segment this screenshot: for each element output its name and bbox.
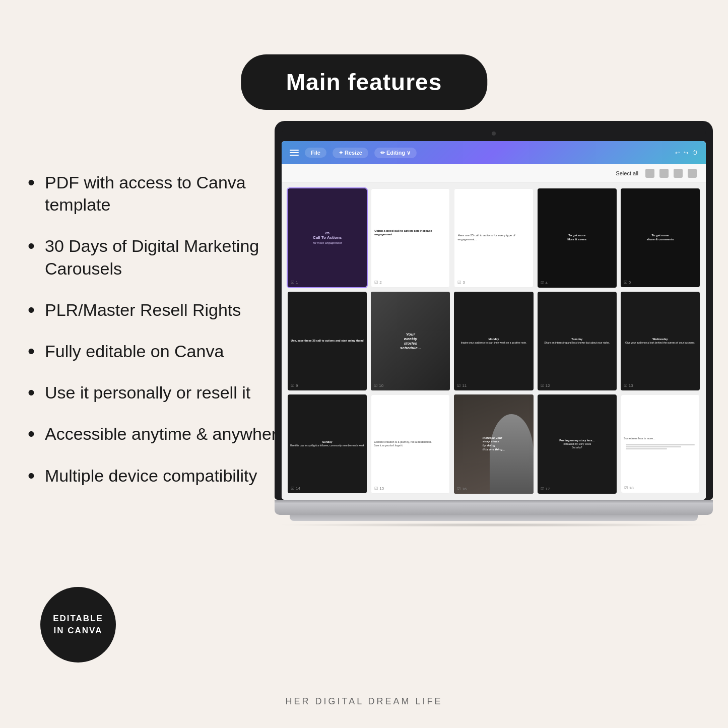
- laptop-shadow: [275, 523, 713, 527]
- editing-button[interactable]: ✏ Editing ∨: [374, 148, 417, 158]
- template-card[interactable]: Increase yourstory viewsby doingthis one…: [454, 394, 533, 494]
- laptop-screen-frame: File ✦ Resize ✏ Editing ∨ ↩↪⏱: [275, 121, 713, 500]
- list-item: Multiple device compatibility: [28, 465, 290, 487]
- laptop-screen: File ✦ Resize ✏ Editing ∨ ↩↪⏱: [282, 141, 706, 500]
- list-item: Fully editable on Canva: [28, 340, 290, 362]
- template-grid: 25Call To Actionsfor more engagement 1 U…: [282, 182, 706, 500]
- template-card[interactable]: Use, save these 35 call to actions and s…: [288, 292, 367, 390]
- laptop-hinge: [275, 500, 713, 503]
- template-card[interactable]: WednesdayGive your audience a look behin…: [621, 292, 700, 390]
- laptop-camera: [492, 131, 496, 136]
- editable-line1: EDITABLE: [53, 613, 103, 625]
- select-all-text[interactable]: Select all: [616, 170, 638, 176]
- copy-icon[interactable]: [659, 169, 669, 178]
- list-item: 30 Days of Digital Marketing Carousels: [28, 235, 290, 279]
- upload-icon[interactable]: [645, 169, 654, 178]
- template-card[interactable]: TuesdayShare an interesting and less-kno…: [538, 292, 617, 391]
- main-features-badge: Main features: [241, 54, 488, 110]
- select-all-bar: Select all: [282, 164, 706, 182]
- list-item: Accessible anytime & anywhere: [28, 423, 290, 445]
- template-card[interactable]: Content creation is a journey, not a des…: [371, 394, 450, 494]
- menu-icon[interactable]: [290, 150, 299, 156]
- template-card[interactable]: Sometimes less is more... 18: [621, 394, 700, 493]
- canva-toolbar: File ✦ Resize ✏ Editing ∨ ↩↪⏱: [282, 141, 706, 164]
- template-card[interactable]: SundayUse this day to spotlight a follow…: [288, 394, 367, 493]
- template-card[interactable]: To get morelikes & saves 4: [538, 188, 617, 288]
- footer-brand: HER DIGITAL DREAM LIFE: [285, 696, 442, 707]
- list-item: PDF with access to Canva template: [28, 171, 290, 216]
- editable-line2: IN CANVA: [54, 625, 103, 637]
- laptop-notch-bar: [282, 128, 706, 139]
- laptop-outer: File ✦ Resize ✏ Editing ∨ ↩↪⏱: [275, 121, 713, 527]
- template-card[interactable]: Yourweeklystoriesschedule... 10: [371, 292, 450, 391]
- resize-button[interactable]: ✦ Resize: [333, 148, 368, 158]
- file-button[interactable]: File: [305, 148, 326, 158]
- list-item: Use it personally or resell it: [28, 381, 290, 404]
- main-features-title: Main features: [286, 69, 442, 96]
- template-card[interactable]: To get moreshare & comments 5: [621, 188, 700, 287]
- template-card[interactable]: 25Call To Actionsfor more engagement 1: [288, 188, 367, 287]
- laptop-foot: [290, 515, 698, 521]
- toolbar-icons: [645, 169, 697, 178]
- template-card[interactable]: Using a good call to action can increase…: [371, 188, 450, 288]
- delete-icon[interactable]: [674, 169, 683, 178]
- template-card[interactable]: MondayInspire your audience to start the…: [454, 292, 533, 391]
- template-card[interactable]: Here are 25 call to actions for every ty…: [454, 188, 533, 288]
- features-list: PDF with access to Canva template 30 Day…: [28, 171, 290, 506]
- eye-icon[interactable]: [688, 169, 697, 178]
- page-container: Main features PDF with access to Canva t…: [0, 0, 728, 728]
- template-card[interactable]: Posting on my story less...Increased my …: [538, 394, 617, 494]
- laptop-mockup: File ✦ Resize ✏ Editing ∨ ↩↪⏱: [275, 121, 713, 527]
- toolbar-right: ↩↪⏱: [675, 150, 698, 156]
- list-item: PLR/Master Resell Rights: [28, 299, 290, 321]
- laptop-base: [275, 503, 713, 515]
- editable-badge: EDITABLE IN CANVA: [40, 587, 116, 663]
